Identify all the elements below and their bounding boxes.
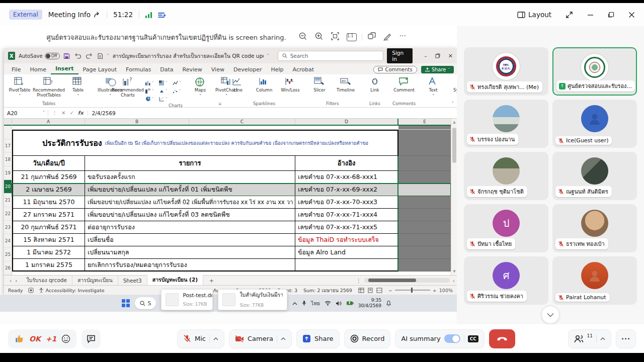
- camera-options-caret[interactable]: [281, 337, 286, 340]
- save-icon[interactable]: [63, 53, 70, 59]
- excel-close-button[interactable]: ✕: [448, 53, 453, 59]
- touch-mode-icon[interactable]: [97, 53, 103, 59]
- tray-expand-icon[interactable]: [292, 302, 297, 305]
- row-header-17[interactable]: 17: [4, 139, 12, 153]
- row-header-23[interactable]: 23: [4, 221, 12, 234]
- zoom-control[interactable]: − + 100%: [388, 288, 453, 293]
- participant-tile[interactable]: ป ธราเทพ ทองเบ้าปัทมา เชื้อไทย: [464, 204, 548, 252]
- zoom-out-icon[interactable]: [298, 32, 309, 43]
- header-item[interactable]: รายการ: [85, 156, 295, 171]
- network-signal-icon[interactable]: [145, 12, 152, 18]
- redo-icon[interactable]: [86, 53, 93, 59]
- scroll-participants-down-button[interactable]: [541, 306, 559, 324]
- share-arrow-icon[interactable]: [94, 12, 101, 18]
- tab-review[interactable]: Review: [178, 65, 207, 74]
- timeline-button[interactable]: BECTimeline: [334, 77, 357, 93]
- fullscreen-icon[interactable]: [566, 11, 573, 19]
- row-header-21[interactable]: 21: [4, 194, 12, 207]
- maps-button[interactable]: Maps˅: [189, 77, 212, 99]
- excel-share-button[interactable]: Share˅: [421, 66, 454, 73]
- camera-button[interactable]: Camera: [229, 329, 292, 348]
- zoom-out-button[interactable]: −: [388, 288, 392, 293]
- tray-mic-icon[interactable]: [302, 300, 306, 306]
- sheetbar-overflow-icon[interactable]: ⋮: [356, 278, 361, 284]
- participant-tile[interactable]: ศ ศิริวรรณ ช่วยคงคา: [464, 256, 548, 305]
- pop-out-icon[interactable]: [367, 32, 378, 43]
- excel-minimize-button[interactable]: –: [424, 53, 427, 59]
- leave-meeting-button[interactable]: [489, 329, 515, 348]
- sheet-next-icon[interactable]: ›: [14, 278, 21, 284]
- insert-function-icon[interactable]: fx: [78, 110, 84, 116]
- tab-file[interactable]: File: [7, 65, 25, 74]
- participant-tile[interactable]: บรรจง ปองนาน: [464, 100, 548, 148]
- macro-record-icon[interactable]: [28, 288, 34, 293]
- meeting-info-button[interactable]: Meeting Info: [48, 11, 101, 19]
- sheet-tab-register[interactable]: สารบัญทะเบียน: [72, 275, 118, 286]
- header-date[interactable]: วัน/เดือน/ปี: [12, 156, 85, 171]
- excel-search-box[interactable]: Search: [278, 51, 384, 61]
- battery-icon[interactable]: [346, 301, 354, 306]
- fit-to-screen-icon[interactable]: [331, 32, 342, 43]
- row-header-20[interactable]: 20: [4, 180, 12, 194]
- normal-view-icon[interactable]: [358, 288, 364, 293]
- participant-tile[interactable]: Pairat Lohanut: [552, 256, 637, 305]
- participants-caret[interactable]: [600, 337, 605, 340]
- tab-data[interactable]: Data: [155, 65, 178, 74]
- recommended-charts-button[interactable]: ?Recommended Charts: [113, 77, 142, 98]
- plus-one-reaction[interactable]: +1: [46, 335, 56, 343]
- link-button[interactable]: Link: [363, 77, 386, 93]
- notification-bell-icon[interactable]: [386, 300, 391, 306]
- mic-options-caret[interactable]: [213, 337, 218, 340]
- name-box[interactable]: A20˅: [4, 110, 48, 116]
- row-header-24[interactable]: 24: [4, 234, 12, 248]
- tab-formulas[interactable]: Formulas: [121, 65, 155, 74]
- tab-page-layout[interactable]: Page Layout: [78, 65, 122, 74]
- speaker-icon[interactable]: [336, 301, 342, 306]
- vertical-scroll-thumb[interactable]: [452, 128, 456, 163]
- ribbon-collapse-icon[interactable]: ˅: [452, 101, 454, 106]
- row-header-26[interactable]: 26: [4, 261, 12, 275]
- zoom-in-icon[interactable]: [314, 32, 326, 43]
- ai-summary-control[interactable]: AI summary CC: [395, 329, 484, 348]
- mic-button[interactable]: Mic: [177, 329, 224, 348]
- chat-button[interactable]: [82, 329, 101, 348]
- excel-restore-button[interactable]: [435, 53, 440, 58]
- hscroll-left-icon[interactable]: ‹: [453, 278, 455, 284]
- confirm-entry-icon[interactable]: ✓: [69, 110, 73, 116]
- tab-home[interactable]: Home: [25, 65, 50, 74]
- vertical-scrollbar[interactable]: ▲ ▼: [451, 119, 457, 275]
- ok-reaction[interactable]: OK: [29, 335, 41, 343]
- sparkline-column-button[interactable]: Column: [253, 77, 276, 93]
- tab-help[interactable]: Help: [266, 65, 288, 74]
- formula-value[interactable]: 2/4/2569: [88, 110, 120, 116]
- tab-view[interactable]: View: [207, 65, 229, 74]
- sign-in-button[interactable]: Sign in: [387, 48, 413, 63]
- layout-button[interactable]: Layout: [517, 11, 551, 19]
- recommended-pivottables-button[interactable]: ?Recommended PivotTables: [34, 77, 63, 98]
- participant-tile[interactable]: จักรกฤช ชุติมาโชติ: [464, 152, 548, 200]
- autosave-toggle[interactable]: AutoSave Off: [19, 53, 60, 59]
- actual-size-icon[interactable]: 1:1: [347, 33, 357, 41]
- sheet-tab-sheet3[interactable]: Sheet3: [118, 277, 147, 285]
- slicer-button[interactable]: Slicer: [308, 77, 331, 93]
- table-button[interactable]: Table˅: [66, 77, 90, 99]
- sparkline-winloss-button[interactable]: Win/Loss: [279, 77, 302, 93]
- network-detail-icon[interactable]: [158, 12, 166, 18]
- wifi-icon[interactable]: [325, 301, 331, 306]
- title-dropdown-icon[interactable]: ˅: [267, 54, 269, 58]
- text-button[interactable]: Text˅: [422, 77, 445, 99]
- cancel-entry-icon[interactable]: ✕: [61, 110, 65, 116]
- zoom-level[interactable]: 100%: [439, 288, 453, 293]
- col-header-c[interactable]: C: [189, 119, 295, 125]
- col-header-b[interactable]: B: [85, 119, 189, 125]
- sheet-prev-icon[interactable]: ‹: [7, 278, 14, 284]
- page-layout-view-icon[interactable]: [367, 288, 373, 293]
- start-button[interactable]: [122, 299, 130, 307]
- thumbs-up-reaction[interactable]: [14, 334, 24, 344]
- row-header-25[interactable]: 25: [4, 248, 12, 261]
- col-header-d[interactable]: D: [295, 119, 398, 125]
- autosave-switch[interactable]: Off: [45, 53, 60, 59]
- col-header-e[interactable]: E: [398, 119, 451, 125]
- zoom-in-button[interactable]: +: [433, 288, 437, 293]
- row-header-18[interactable]: 18: [4, 153, 12, 166]
